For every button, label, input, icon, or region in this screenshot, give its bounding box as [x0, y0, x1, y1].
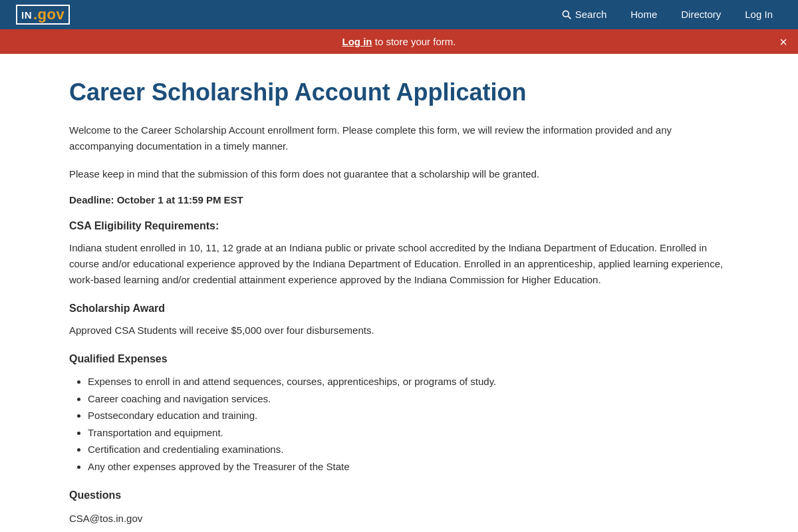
intro-paragraph-2: Please keep in mind that the submission …: [69, 166, 729, 182]
banner-suffix: to store your form.: [375, 36, 456, 47]
banner-close-button[interactable]: ×: [779, 35, 787, 49]
directory-nav-link[interactable]: Directory: [672, 0, 730, 29]
questions-title: Questions: [69, 489, 729, 501]
contact-phone: 317-232-0723: [69, 527, 729, 532]
main-nav: Search Home Directory Log In: [552, 0, 782, 29]
directory-nav-label: Directory: [681, 0, 721, 29]
contact-email: CSA@tos.in.gov: [69, 509, 729, 527]
contact-info: CSA@tos.in.gov 317-232-0723: [69, 509, 729, 532]
search-nav-label: Search: [575, 0, 607, 29]
home-nav-label: Home: [630, 0, 657, 29]
svg-line-1: [568, 16, 571, 19]
award-text: Approved CSA Students will receive $5,00…: [69, 323, 729, 338]
expenses-title: Qualified Expenses: [69, 353, 729, 365]
logo-dot: .gov: [33, 7, 65, 22]
svg-point-0: [563, 11, 569, 17]
banner-text: Log in to store your form.: [342, 36, 456, 47]
list-item: Expenses to enroll in and attend sequenc…: [88, 373, 729, 390]
login-nav-label: Log In: [745, 0, 773, 29]
main-content: Career Scholarship Account Application W…: [53, 54, 745, 532]
notification-banner: Log in to store your form. ×: [0, 29, 798, 54]
search-nav-link[interactable]: Search: [552, 0, 616, 29]
intro-paragraph-1: Welcome to the Career Scholarship Accoun…: [69, 122, 729, 154]
list-item: Transportation and equipment.: [88, 424, 729, 442]
award-title: Scholarship Award: [69, 303, 729, 315]
list-item: Postsecondary education and training.: [88, 407, 729, 424]
logo-text: IN: [21, 9, 32, 21]
site-header: IN.gov Search Home Directory Log In: [0, 0, 798, 29]
page-title: Career Scholarship Account Application: [69, 78, 729, 106]
list-item: Any other expenses approved by the Treas…: [88, 458, 729, 475]
site-logo[interactable]: IN.gov: [16, 5, 70, 25]
search-icon: [561, 9, 572, 20]
banner-login-link[interactable]: Log in: [342, 36, 372, 47]
list-item: Career coaching and navigation services.: [88, 390, 729, 408]
login-nav-link[interactable]: Log In: [735, 0, 782, 29]
deadline-text: Deadline: October 1 at 11:59 PM EST: [69, 194, 729, 205]
home-nav-link[interactable]: Home: [621, 0, 666, 29]
logo-box: IN.gov: [16, 5, 70, 25]
questions-section: Questions CSA@tos.in.gov 317-232-0723: [69, 489, 729, 532]
eligibility-title: CSA Eligibility Requirements:: [69, 220, 729, 232]
eligibility-text: Indiana student enrolled in 10, 11, 12 g…: [69, 240, 729, 288]
expenses-list: Expenses to enroll in and attend sequenc…: [69, 373, 729, 475]
list-item: Certification and credentialing examinat…: [88, 441, 729, 458]
